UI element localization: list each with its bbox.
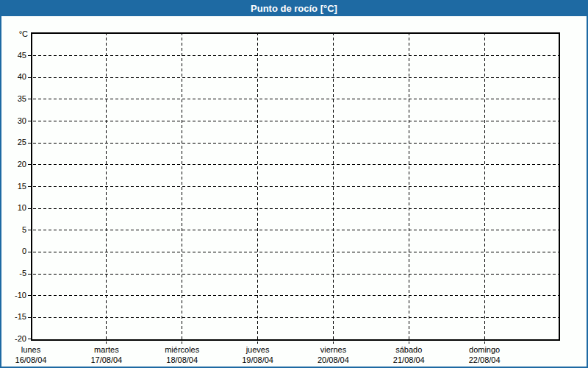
day-date-label: 21/08/04 xyxy=(370,355,447,365)
day-name-label: lunes xyxy=(0,344,69,355)
day-name-label: miércoles xyxy=(144,344,220,355)
gridline-horizontal xyxy=(28,317,560,318)
x-axis-day-label: lunes16/08/04 xyxy=(0,344,69,365)
y-tick-label: 20 xyxy=(1,160,26,169)
gridline-horizontal xyxy=(28,208,560,209)
y-tick-label: -5 xyxy=(1,269,26,277)
y-tick-label: -20 xyxy=(1,334,26,343)
gridline-horizontal xyxy=(28,295,560,296)
gridline-vertical xyxy=(333,32,334,344)
gridline-horizontal xyxy=(28,55,560,56)
y-tick-label: -10 xyxy=(1,291,26,300)
gridline-vertical xyxy=(409,32,409,344)
gridline-horizontal xyxy=(28,252,560,252)
day-date-label: 18/08/04 xyxy=(144,355,220,365)
gridline-horizontal xyxy=(28,186,560,187)
day-date-label: 19/08/04 xyxy=(220,355,296,365)
gridline-horizontal xyxy=(28,143,560,144)
gridline-horizontal xyxy=(28,121,560,121)
day-name-label: sábado xyxy=(370,344,447,355)
x-axis-day-label: viernes20/08/04 xyxy=(295,344,371,365)
y-tick-label: 10 xyxy=(1,203,26,212)
chart-title: Punto de rocío [°C] xyxy=(1,1,587,16)
gridline-vertical xyxy=(257,32,258,344)
day-date-label: 16/08/04 xyxy=(0,355,69,365)
y-axis-unit-label: °C xyxy=(1,29,28,38)
y-tick-label: 5 xyxy=(1,225,26,234)
y-tick-label: 45 xyxy=(1,51,26,60)
chart-window: Punto de rocío [°C] °C 45403530252015105… xyxy=(0,0,588,368)
day-name-label: viernes xyxy=(295,344,371,355)
y-tick-label: 35 xyxy=(1,94,26,103)
y-tick-label: 0 xyxy=(1,247,26,255)
x-axis-day-label: domingo22/08/04 xyxy=(446,344,523,365)
day-name-label: domingo xyxy=(446,344,523,355)
x-axis-day-label: jueves19/08/04 xyxy=(220,344,296,365)
gridline-vertical xyxy=(484,32,485,344)
gridline-horizontal xyxy=(28,164,560,165)
gridline-vertical xyxy=(106,32,107,344)
gridline-horizontal xyxy=(28,230,560,230)
x-axis-day-label: martes17/08/04 xyxy=(68,344,145,365)
day-name-label: jueves xyxy=(220,344,296,355)
y-tick-label: -15 xyxy=(1,312,26,321)
day-date-label: 17/08/04 xyxy=(68,355,145,365)
day-date-label: 22/08/04 xyxy=(446,355,523,365)
y-tick-label: 15 xyxy=(1,182,26,191)
day-date-label: 20/08/04 xyxy=(295,355,371,365)
day-name-label: martes xyxy=(68,344,145,355)
y-tick-label: 30 xyxy=(1,116,26,125)
x-axis-day-label: sábado21/08/04 xyxy=(370,344,447,365)
gridline-vertical xyxy=(182,32,182,344)
y-tick-label: 25 xyxy=(1,138,26,146)
gridline-horizontal xyxy=(28,274,560,275)
y-tick-label: 40 xyxy=(1,72,26,81)
y-axis-tick xyxy=(28,339,31,339)
gridline-horizontal xyxy=(28,99,560,99)
x-axis-day-label: miércoles18/08/04 xyxy=(144,344,220,365)
gridline-horizontal xyxy=(28,77,560,78)
